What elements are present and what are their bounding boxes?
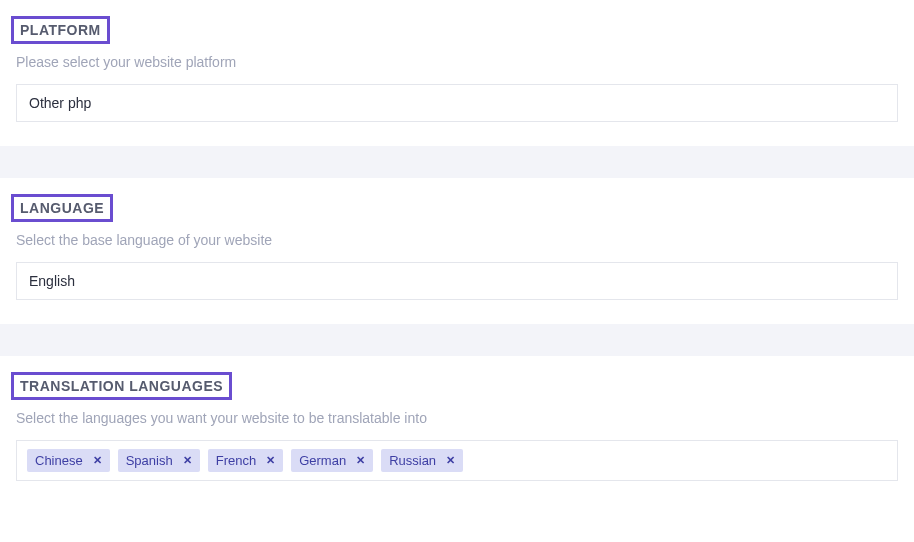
section-separator: [0, 324, 914, 356]
language-tag: German✕: [291, 449, 373, 472]
language-tag-label: Russian: [389, 453, 436, 468]
platform-title: PLATFORM: [11, 16, 110, 44]
language-select[interactable]: English: [16, 262, 898, 300]
remove-tag-icon[interactable]: ✕: [183, 454, 192, 467]
language-tag: Russian✕: [381, 449, 463, 472]
language-tag: Spanish✕: [118, 449, 200, 472]
language-tag: French✕: [208, 449, 283, 472]
platform-section: PLATFORM Please select your website plat…: [0, 0, 914, 146]
language-tag-label: French: [216, 453, 256, 468]
language-section: LANGUAGE Select the base language of you…: [0, 178, 914, 324]
language-tag-label: Chinese: [35, 453, 83, 468]
remove-tag-icon[interactable]: ✕: [93, 454, 102, 467]
language-description: Select the base language of your website: [16, 232, 898, 248]
language-tag-label: Spanish: [126, 453, 173, 468]
language-tag-label: German: [299, 453, 346, 468]
tags-container: Chinese✕Spanish✕French✕German✕Russian✕: [27, 449, 463, 472]
translation-languages-section: TRANSLATION LANGUAGES Select the languag…: [0, 356, 914, 505]
remove-tag-icon[interactable]: ✕: [266, 454, 275, 467]
platform-description: Please select your website platform: [16, 54, 898, 70]
section-separator: [0, 146, 914, 178]
language-title: LANGUAGE: [11, 194, 113, 222]
translation-languages-title: TRANSLATION LANGUAGES: [11, 372, 232, 400]
translation-languages-input[interactable]: Chinese✕Spanish✕French✕German✕Russian✕: [16, 440, 898, 481]
remove-tag-icon[interactable]: ✕: [356, 454, 365, 467]
language-tag: Chinese✕: [27, 449, 110, 472]
platform-select[interactable]: Other php: [16, 84, 898, 122]
translation-languages-description: Select the languages you want your websi…: [16, 410, 898, 426]
remove-tag-icon[interactable]: ✕: [446, 454, 455, 467]
